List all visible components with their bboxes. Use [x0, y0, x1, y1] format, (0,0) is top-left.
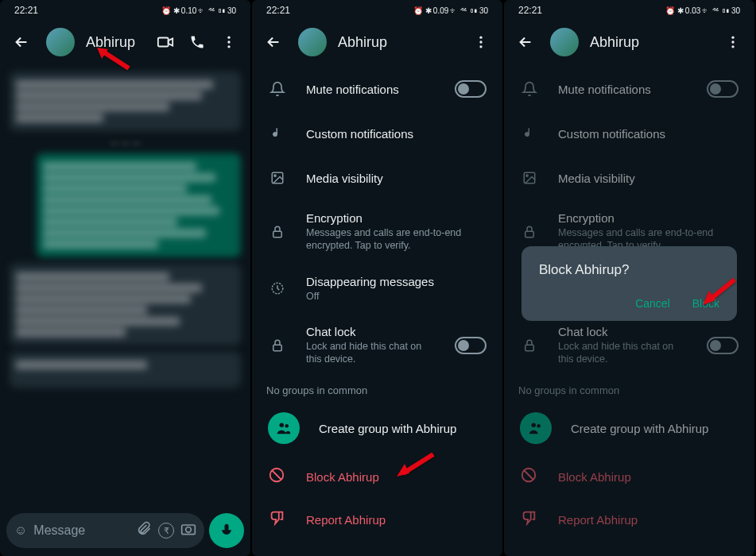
- back-button[interactable]: [8, 29, 35, 56]
- message-outgoing[interactable]: [37, 153, 241, 257]
- svg-point-15: [285, 424, 289, 428]
- mute-notifications-row: Mute notifications: [504, 67, 754, 111]
- status-indicators: ⏰ ✱ 0.03 ᯤ ⁴⁶ ▯▮ 30: [665, 6, 740, 15]
- image-icon: [268, 171, 287, 185]
- svg-point-21: [526, 175, 528, 176]
- media-visibility-row: Media visibility: [504, 156, 754, 200]
- svg-rect-0: [158, 38, 169, 47]
- camera-icon[interactable]: [180, 521, 196, 540]
- chat-lock-icon: [520, 338, 539, 353]
- video-call-button[interactable]: [152, 29, 179, 56]
- status-indicators: ⏰ ✱ 0.09 ᯤ ⁴⁶ ▯▮ 30: [413, 6, 488, 15]
- contact-name: Abhirup: [338, 34, 456, 51]
- report-contact-row[interactable]: Report Abhirup: [252, 498, 502, 541]
- mute-notifications-row[interactable]: Mute notifications: [252, 67, 502, 111]
- settings-list: Mute notifications Custom notifications …: [252, 64, 502, 544]
- svg-point-3: [227, 45, 230, 48]
- more-menu-button[interactable]: [719, 29, 746, 56]
- message-incoming[interactable]: [10, 264, 241, 346]
- status-bar: 22:21 ⏰ ✱ 0.10 ᯤ ⁴⁶ ▯▮ 30: [0, 0, 250, 21]
- create-group-row: Create group with Abhirup: [504, 401, 754, 455]
- music-note-icon: [520, 126, 539, 141]
- media-visibility-row[interactable]: Media visibility: [252, 156, 502, 200]
- status-time: 22:21: [518, 5, 542, 16]
- svg-point-2: [227, 41, 230, 43]
- status-time: 22:21: [266, 5, 290, 16]
- status-time: 22:21: [14, 5, 38, 16]
- message-input[interactable]: Message: [33, 523, 130, 538]
- contact-info-screen: 22:21 ⏰ ✱ 0.09 ᯤ ⁴⁶ ▯▮ 30 Abhirup Mute n…: [252, 0, 502, 556]
- status-indicators: ⏰ ✱ 0.10 ᯤ ⁴⁶ ▯▮ 30: [161, 6, 236, 15]
- image-icon: [520, 171, 539, 185]
- group-icon: [268, 412, 300, 444]
- mic-button[interactable]: [209, 513, 244, 548]
- message-input-box[interactable]: ☺ Message ₹: [6, 513, 204, 548]
- back-button[interactable]: [512, 29, 539, 56]
- mute-toggle: [707, 80, 739, 98]
- chat-lock-row[interactable]: Chat lockLock and hide this chat on this…: [252, 314, 502, 377]
- status-bar: 22:21 ⏰ ✱ 0.09 ᯤ ⁴⁶ ▯▮ 30: [252, 0, 502, 21]
- date-divider: — — —: [10, 137, 241, 147]
- avatar[interactable]: [298, 28, 327, 56]
- disappearing-messages-row[interactable]: Disappearing messagesOff: [252, 264, 502, 314]
- custom-notifications-row: Custom notifications: [504, 111, 754, 156]
- block-icon: [268, 466, 287, 487]
- lock-icon: [268, 225, 287, 239]
- svg-point-5: [186, 527, 192, 533]
- message-incoming[interactable]: [10, 71, 241, 131]
- create-group-row[interactable]: Create group with Abhirup: [252, 401, 502, 455]
- svg-point-26: [537, 424, 541, 428]
- svg-point-1: [227, 37, 230, 39]
- message-incoming[interactable]: [10, 352, 241, 388]
- chat-lock-row: Chat lockLock and hide this chat on this…: [504, 314, 754, 377]
- encryption-row[interactable]: EncryptionMessages and calls are end-to-…: [252, 200, 502, 264]
- chat-messages[interactable]: — — —: [0, 64, 250, 508]
- svg-rect-11: [273, 231, 282, 237]
- avatar[interactable]: [46, 28, 75, 56]
- svg-point-19: [731, 45, 734, 48]
- dialog-title: Block Abhirup?: [539, 262, 719, 278]
- block-contact-row[interactable]: Block Abhirup: [252, 455, 502, 498]
- music-note-icon: [268, 126, 287, 141]
- annotation-arrow: [701, 276, 739, 311]
- block-dialog-screen: 22:21 ⏰ ✱ 0.03 ᯤ ⁴⁶ ▯▮ 30 Abhirup Mute n…: [504, 0, 754, 556]
- mute-toggle[interactable]: [455, 80, 487, 98]
- payment-icon[interactable]: ₹: [158, 523, 174, 539]
- group-icon: [520, 412, 552, 444]
- svg-point-17: [731, 37, 734, 39]
- bell-icon: [520, 81, 539, 97]
- groups-section-label: No groups in common: [504, 376, 754, 401]
- chat-lock-toggle: [707, 337, 739, 354]
- more-menu-button[interactable]: [215, 29, 242, 56]
- attach-icon[interactable]: [136, 521, 152, 540]
- lock-icon: [520, 225, 539, 239]
- chat-lock-icon: [268, 338, 287, 353]
- chat-lock-toggle[interactable]: [455, 337, 487, 354]
- svg-point-10: [274, 175, 276, 176]
- annotation-arrow: [95, 46, 134, 76]
- thumbs-down-icon: [268, 509, 287, 530]
- svg-rect-22: [525, 231, 534, 237]
- custom-notifications-row[interactable]: Custom notifications: [252, 111, 502, 156]
- more-menu-button[interactable]: [467, 29, 494, 56]
- svg-point-6: [479, 37, 482, 39]
- avatar[interactable]: [550, 28, 579, 56]
- bell-icon: [268, 81, 287, 97]
- svg-point-18: [731, 41, 734, 43]
- groups-section-label: No groups in common: [252, 376, 502, 401]
- svg-rect-24: [525, 345, 534, 351]
- cancel-button[interactable]: Cancel: [635, 297, 670, 310]
- emoji-icon[interactable]: ☺: [14, 523, 27, 538]
- thumbs-down-icon: [520, 509, 539, 530]
- status-bar: 22:21 ⏰ ✱ 0.03 ᯤ ⁴⁶ ▯▮ 30: [504, 0, 754, 21]
- block-contact-row: Block Abhirup: [504, 455, 754, 498]
- voice-call-button[interactable]: [184, 29, 211, 56]
- info-header: Abhirup: [504, 21, 754, 64]
- svg-point-25: [532, 423, 537, 428]
- chat-screen: 22:21 ⏰ ✱ 0.10 ᯤ ⁴⁶ ▯▮ 30 Abhirup — — — …: [0, 0, 250, 556]
- annotation-arrow: [395, 451, 438, 485]
- svg-rect-13: [273, 345, 282, 351]
- svg-point-8: [479, 45, 482, 48]
- contact-name: Abhirup: [590, 34, 708, 51]
- back-button[interactable]: [260, 29, 287, 56]
